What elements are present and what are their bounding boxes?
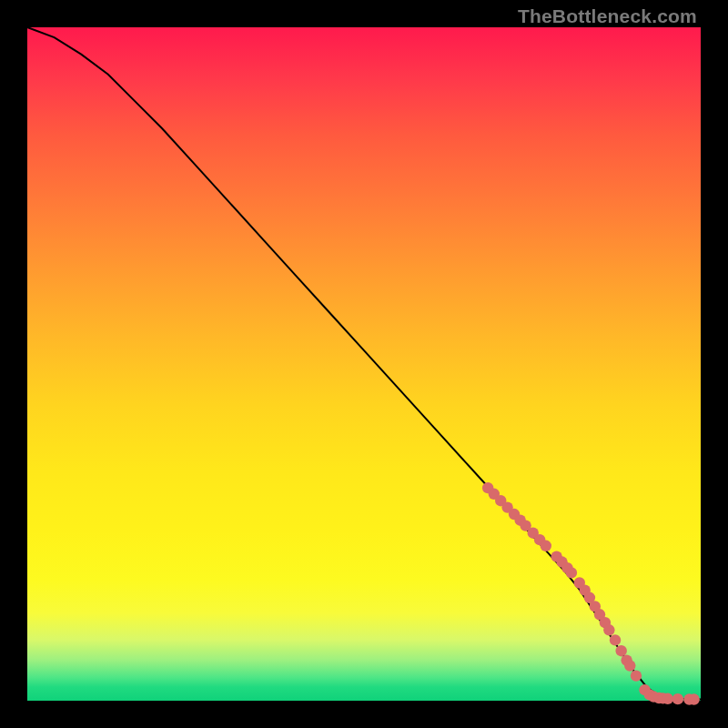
bottleneck-curve [27,27,701,700]
data-marker [566,567,577,578]
data-markers-group [482,482,700,705]
plot-overlay [27,27,701,701]
watermark-label: TheBottleneck.com [518,5,697,27]
data-marker [624,660,635,671]
data-marker [603,624,614,635]
chart-frame: TheBottleneck.com [0,0,728,728]
data-marker [631,670,642,681]
data-marker [615,645,626,656]
data-marker [688,693,699,704]
data-marker [672,693,683,704]
gradient-plot-area [27,27,701,701]
data-marker [610,634,621,645]
data-marker [541,541,551,551]
data-marker [662,693,673,704]
